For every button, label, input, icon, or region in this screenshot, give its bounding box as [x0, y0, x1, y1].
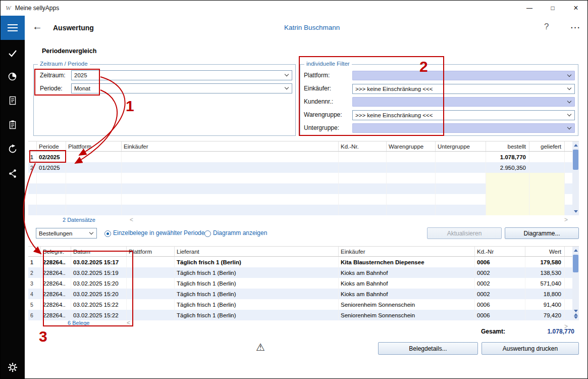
period-row-2[interactable]: 2 01/2025 2.950,350 [28, 162, 579, 173]
detail-table: Belegnr. Datum Plattform Lieferant Einkä… [28, 246, 579, 320]
document-icon[interactable] [1, 92, 25, 109]
belegtyp-select[interactable]: Bestellungen [36, 228, 97, 239]
period-pager-prev[interactable]: < [130, 216, 133, 223]
period-table-scrollbar[interactable] [572, 141, 579, 215]
empty-row [28, 194, 579, 205]
filter-groupbox-title: individuelle Filter [304, 61, 352, 67]
radio-einzelbelege[interactable] [104, 230, 111, 237]
check-icon[interactable] [1, 45, 25, 61]
kundennr-filter-select[interactable] [352, 97, 575, 107]
minimize-button[interactable]: — [518, 1, 541, 16]
aktualisieren-button[interactable]: Aktualisieren [427, 227, 502, 239]
zeitraum-select[interactable]: 2025 [71, 70, 292, 80]
app-window: W Meine sellyApps — □ × ← [0, 0, 588, 379]
radio-einzelbelege-label[interactable]: Einzelbelege in gewählter Periode [113, 229, 204, 236]
detail-table-scrollbar[interactable] [572, 247, 579, 320]
col-plattform[interactable]: Plattform [127, 247, 175, 256]
zeitraum-value: 2025 [74, 72, 87, 78]
page-title: Auswertung [53, 24, 94, 32]
warengruppe-filter-label: Warengruppe: [304, 111, 342, 118]
menu-icon[interactable] [1, 16, 25, 40]
share-icon[interactable] [1, 165, 25, 181]
diagramme-button[interactable]: Diagramme... [505, 227, 579, 239]
close-button[interactable]: × [564, 1, 587, 16]
plattform-filter-select[interactable] [352, 71, 575, 80]
chevron-down-icon [567, 72, 571, 76]
user-name[interactable]: Katrin Buschmann [284, 24, 340, 31]
empty-row [28, 183, 579, 194]
periode-select[interactable]: Monat [71, 83, 292, 93]
beleg-row-3[interactable]: 3 228264.. 03.02.2025 15:20 Täglich fris… [28, 278, 579, 289]
maximize-button[interactable]: □ [541, 1, 564, 16]
beleg-row-2[interactable]: 2 228264.. 03.02.2025 15:19 Täglich fris… [28, 267, 579, 278]
back-arrow-icon[interactable]: ← [32, 21, 42, 32]
chevron-down-icon [567, 112, 571, 116]
period-pager-next[interactable]: > [564, 216, 568, 223]
col-wert[interactable]: Wert [525, 247, 565, 256]
plattform-filter-label: Plattform: [304, 72, 330, 79]
sync-icon[interactable] [1, 141, 25, 157]
auswertung-drucken-button[interactable]: Auswertung drucken [482, 342, 579, 355]
radio-diagramm-label[interactable]: Diagramm anzeigen [213, 229, 267, 236]
col-bestellt[interactable]: bestellt [486, 141, 529, 151]
untergruppe-filter-label: Untergruppe: [304, 124, 339, 131]
beleg-row-1[interactable]: 1 228264.. 03.02.2025 15:17 Täglich fris… [28, 257, 579, 267]
sidebar [1, 16, 25, 378]
col-einkaeufer[interactable]: Einkäufer [122, 141, 339, 151]
col-lieferant[interactable]: Lieferant [175, 247, 339, 256]
period-table-header: Periode Plattform Einkäufer Kd.-Nr. Ware… [28, 141, 579, 152]
col-untergruppe[interactable]: Untergruppe [436, 141, 486, 151]
col-kdnr[interactable]: Kd.-Nr [475, 247, 525, 256]
chevron-down-icon [567, 86, 571, 90]
chevron-down-icon [89, 230, 93, 234]
col-datum[interactable]: Datum [71, 247, 127, 256]
col-einkaeufer[interactable]: Einkäufer [339, 247, 475, 256]
col-periode[interactable]: Periode [37, 141, 66, 151]
empty-row [28, 205, 579, 215]
detail-pager-prev[interactable]: < [127, 319, 130, 326]
beleg-row-5[interactable]: 5 228264.. 03.02.2025 15:22 Täglich fris… [28, 299, 579, 310]
pie-chart-icon[interactable] [1, 68, 25, 84]
warning-icon: ⚠ [256, 341, 265, 353]
window-controls: — □ × [518, 1, 587, 16]
col-geliefert[interactable]: geliefert [529, 141, 565, 151]
gear-icon[interactable] [1, 359, 25, 375]
clipboard-icon[interactable] [1, 117, 25, 133]
beleg-row-4[interactable]: 4 228264.. 03.02.2025 15:20 Täglich fris… [28, 289, 579, 299]
radio-diagramm[interactable] [204, 230, 211, 237]
gesamt-value: 1.078,770 [510, 328, 574, 335]
help-icon[interactable]: ? [544, 22, 549, 32]
chevron-down-icon [285, 85, 289, 89]
gesamt-label: Gesamt: [442, 328, 505, 335]
empty-row [28, 173, 579, 183]
periode-value: Monat [74, 85, 90, 91]
periode-label: Periode: [40, 85, 63, 92]
einkaeufer-filter-label: Einkäufer: [304, 85, 331, 92]
beleg-row-6[interactable]: 6 228264.. 03.02.2025 15:22 Täglich fris… [28, 310, 579, 320]
titlebar: W Meine sellyApps — □ × [1, 1, 587, 16]
belegdetails-button[interactable]: Belegdetails... [378, 342, 478, 355]
window-title: Meine sellyApps [15, 5, 59, 12]
col-belegnr[interactable]: Belegnr. [41, 247, 71, 256]
app-logo-icon: W [6, 4, 11, 12]
col-kdnr[interactable]: Kd.-Nr. [339, 141, 387, 151]
section-heading: Periodenvergleich [42, 48, 96, 55]
zeitraum-label: Zeitraum: [40, 72, 66, 79]
chevron-down-icon [567, 125, 571, 129]
kundennr-filter-label: Kundennr.: [304, 98, 333, 105]
more-menu-icon[interactable]: … [570, 19, 580, 31]
chevron-down-icon [285, 72, 289, 76]
einkaeufer-filter-select[interactable]: >>> keine Einschränkung <<< [352, 84, 575, 94]
period-table-count: 2 Datensätze [63, 217, 95, 223]
period-table: Periode Plattform Einkäufer Kd.-Nr. Ware… [28, 141, 579, 215]
detail-table-header: Belegnr. Datum Plattform Lieferant Einkä… [28, 247, 579, 257]
warengruppe-filter-select[interactable]: >>> keine Einschränkung <<< [352, 110, 575, 120]
col-plattform[interactable]: Plattform [66, 141, 122, 151]
untergruppe-filter-select[interactable] [352, 123, 575, 133]
annotation-number-3: 3 [39, 328, 47, 345]
detail-table-count: 6 Belege [68, 320, 89, 326]
chevron-down-icon [567, 99, 571, 103]
period-row-1[interactable]: 1 02/2025 1.078,770 [28, 152, 579, 162]
period-groupbox-title: Zeitraum / Periode [38, 61, 90, 67]
col-warengruppe[interactable]: Warengruppe [387, 141, 436, 151]
